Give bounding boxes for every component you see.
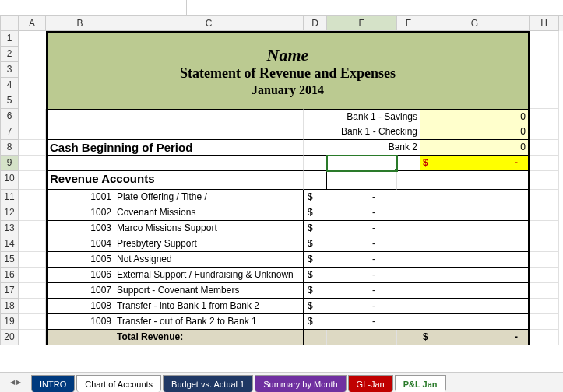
row-header-2[interactable]: 2 (0, 47, 19, 62)
row-header-14[interactable]: 14 (0, 236, 19, 252)
col-header-B[interactable]: B (46, 16, 114, 31)
sheet-tab[interactable]: P&L Jan (395, 375, 446, 392)
col-header-D[interactable]: D (304, 16, 327, 31)
row-header-10[interactable]: 10 (0, 171, 19, 190)
col-header-E[interactable]: E (327, 16, 397, 31)
rev-code[interactable]: 1006 (46, 268, 114, 283)
rev-amount[interactable]: $- (304, 190, 397, 205)
row-header-11[interactable]: 11 (0, 190, 19, 205)
cash-total-dollar: $ (423, 156, 428, 170)
formula-bar[interactable] (0, 0, 563, 16)
row-header-8[interactable]: 8 (0, 140, 19, 156)
rev-code[interactable]: 1005 (46, 252, 114, 268)
row-header-13[interactable]: 13 (0, 221, 19, 236)
sheet-tab[interactable]: GL-Jan (348, 375, 393, 392)
sheet-tab[interactable]: Budget vs. Actual 1 (163, 375, 253, 392)
tab-nav-arrows[interactable]: ◀▶ (0, 372, 31, 392)
row-header-1[interactable]: 1 (0, 31, 19, 47)
total-revenue-amount: $ - (420, 330, 530, 345)
col-header-G[interactable]: G (420, 16, 530, 31)
row-header-6[interactable]: 6 (0, 109, 19, 124)
title-block: Name Statement of Revenue and Expenses J… (46, 31, 530, 109)
bank2-value[interactable]: 0 (420, 140, 530, 156)
rev-amount[interactable]: $- (304, 221, 397, 236)
row-header-3[interactable]: 3 (0, 62, 19, 78)
rev-desc[interactable]: Not Assigned (114, 252, 304, 268)
rev-code[interactable]: 1007 (46, 283, 114, 299)
rev-code[interactable]: 1002 (46, 205, 114, 221)
col-header-F[interactable]: F (397, 16, 420, 31)
rev-desc[interactable]: External Support / Fundraising & Unknown (114, 268, 304, 283)
row-header-7[interactable]: 7 (0, 124, 19, 140)
row-header-12[interactable]: 12 (0, 205, 19, 221)
bank2-label: Bank 2 (304, 140, 420, 156)
doc-period: January 2014 (252, 83, 324, 97)
cash-beginning-label: Cash Beginning of Period (46, 140, 304, 156)
rev-amount[interactable]: $- (304, 314, 397, 330)
row-header-19[interactable]: 19 (0, 314, 19, 330)
sheet-tab[interactable]: Chart of Accounts (76, 375, 161, 392)
rev-amount[interactable]: $- (304, 205, 397, 221)
rev-desc[interactable]: Transfer - out of Bank 2 to Bank 1 (114, 314, 304, 330)
col-header-C[interactable]: C (114, 16, 304, 31)
column-headers: A B C D E F G H (0, 16, 563, 31)
bank1-savings-value[interactable]: 0 (420, 109, 530, 124)
sheet-tab[interactable]: INTRO (31, 375, 75, 392)
row-header-15[interactable]: 15 (0, 252, 19, 268)
col-header-H[interactable]: H (530, 16, 559, 31)
sheet-tab[interactable]: Summary by Month (255, 375, 346, 392)
rev-code[interactable]: 1003 (46, 221, 114, 236)
revenue-accounts-header: Revenue Accounts (46, 171, 304, 190)
rev-amount[interactable]: $- (304, 268, 397, 283)
rev-amount[interactable]: $- (304, 236, 397, 252)
bank1-checking-value[interactable]: 0 (420, 124, 530, 140)
select-all-corner[interactable] (0, 16, 19, 31)
row-header-17[interactable]: 17 (0, 283, 19, 299)
cash-total-value: - (515, 156, 526, 170)
row-header-18[interactable]: 18 (0, 299, 19, 314)
rev-code[interactable]: 1009 (46, 314, 114, 330)
row-header-4[interactable]: 4 (0, 78, 19, 93)
doc-subtitle: Statement of Revenue and Expenses (180, 65, 396, 82)
cash-total[interactable]: $ - (420, 156, 530, 171)
rev-code[interactable]: 1001 (46, 190, 114, 205)
total-revenue-label: Total Revenue: (114, 330, 304, 345)
rev-amount[interactable]: $- (304, 299, 397, 314)
bank1-savings-label: Bank 1 - Savings (304, 109, 420, 124)
rev-desc[interactable]: Covenant Missions (114, 205, 304, 221)
rev-desc[interactable]: Marco Missions Support (114, 221, 304, 236)
sheet-tabs: ◀▶ INTROChart of AccountsBudget vs. Actu… (0, 372, 563, 392)
active-cell-E9[interactable] (327, 156, 397, 171)
rev-amount[interactable]: $- (304, 252, 397, 268)
rev-desc[interactable]: Plate Offering / Tithe / (114, 190, 304, 205)
row-header-9[interactable]: 9 (0, 156, 19, 171)
rev-desc[interactable]: Presbytery Support (114, 236, 304, 252)
bank1-checking-label: Bank 1 - Checking (304, 124, 420, 140)
rev-code[interactable]: 1008 (46, 299, 114, 314)
rev-amount[interactable]: $- (304, 283, 397, 299)
row-header-16[interactable]: 16 (0, 268, 19, 283)
row-header-20[interactable]: 20 (0, 330, 19, 345)
doc-name: Name (267, 45, 309, 65)
rev-code[interactable]: 1004 (46, 236, 114, 252)
row-header-5[interactable]: 5 (0, 93, 19, 109)
name-box-area[interactable] (0, 0, 187, 15)
spreadsheet-grid: A B C D E F G H 1 2 3 4 5 Name Statement… (0, 16, 563, 345)
rev-desc[interactable]: Support - Covenant Members (114, 283, 304, 299)
rev-desc[interactable]: Transfer - into Bank 1 from Bank 2 (114, 299, 304, 314)
col-header-A[interactable]: A (19, 16, 46, 31)
